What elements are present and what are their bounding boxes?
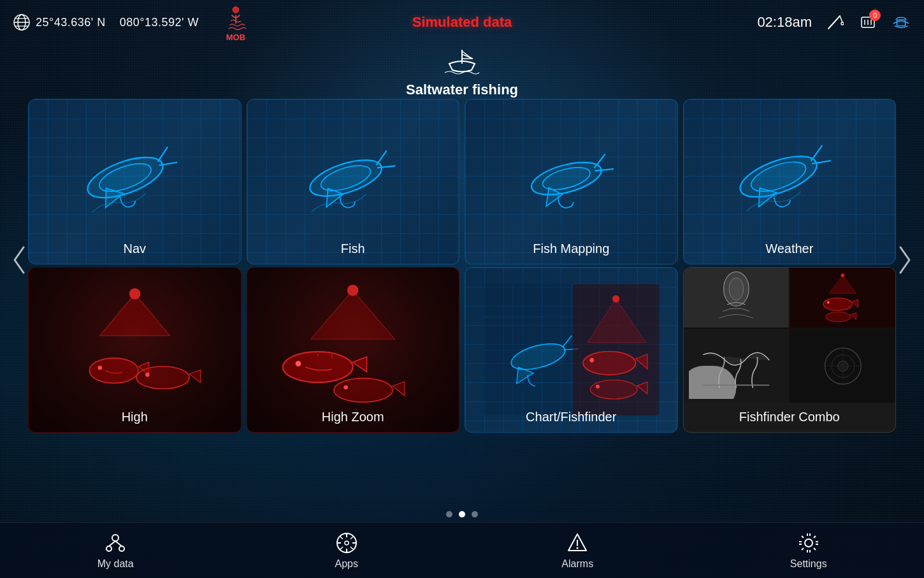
globe-icon [13, 13, 31, 31]
anchor-icon[interactable] [891, 12, 911, 33]
chart-fishfinder-card-label: Chart/Fishfinder [465, 410, 677, 424]
alarms-label: Alarms [561, 558, 593, 570]
fish-card-content [247, 99, 459, 264]
svg-point-28 [129, 289, 140, 300]
svg-point-65 [112, 535, 119, 541]
header-left: 25°43.636' N 080°13.592' W MOB [13, 3, 249, 42]
card-row-2: High [25, 267, 899, 433]
fish-mapping-card-content [465, 99, 677, 264]
weather-card-content [684, 99, 896, 264]
weather-card[interactable]: Weather [683, 99, 897, 264]
combo-tr-icon [795, 271, 890, 325]
apps-label: Apps [335, 558, 358, 570]
nav-item-my-data[interactable]: My data [0, 531, 231, 570]
svg-point-50 [589, 358, 594, 363]
my-data-icon [104, 531, 127, 554]
lat-value: 25°43.636' N [36, 16, 106, 29]
svg-point-54 [729, 277, 744, 300]
nav-card-content [29, 99, 241, 264]
header: 25°43.636' N 080°13.592' W MOB Simulated… [0, 0, 924, 45]
app-grid: Nav Fish [25, 99, 899, 521]
mob-button[interactable]: MOB [223, 6, 249, 42]
svg-point-49 [583, 351, 636, 375]
chart-fishfinder-card[interactable]: Chart/Fishfinder [465, 267, 678, 433]
svg-point-52 [596, 384, 600, 388]
page-dot-3[interactable] [472, 511, 478, 517]
svg-point-30 [97, 366, 102, 370]
fish-mapping-torpedo-icon [486, 124, 656, 240]
combo-br-icon [806, 340, 880, 392]
settings-label: Settings [790, 558, 827, 570]
mob-icon [223, 6, 249, 31]
my-data-label: My data [97, 558, 134, 570]
combo-tl [684, 268, 789, 328]
chart-fishfinder-card-content [465, 268, 677, 432]
fish-card[interactable]: Fish [247, 99, 460, 264]
nav-arrow-left[interactable] [3, 235, 35, 285]
combo-bl-icon [689, 333, 784, 399]
time-display: 02:18am [757, 14, 812, 31]
fishing-rod-icon[interactable] [825, 12, 845, 33]
combo-grid [684, 268, 896, 403]
high-card-content [29, 268, 241, 432]
svg-point-58 [825, 312, 851, 322]
fish-mapping-card-label: Fish Mapping [465, 242, 677, 256]
svg-point-38 [334, 379, 393, 402]
page-dots [446, 511, 478, 517]
high-zoom-card[interactable]: High Zoom [247, 267, 460, 433]
svg-point-39 [343, 386, 348, 390]
high-zoom-card-content [247, 268, 459, 432]
chart-fishfinder-icon [476, 284, 667, 415]
mob-label[interactable]: MOB [226, 33, 245, 42]
combo-tl-icon [689, 271, 784, 325]
fish-torpedo-icon [268, 124, 438, 240]
fishfinder-combo-card[interactable]: Fishfinder Combo [683, 267, 897, 433]
boat-title-section: Saltwater fishing [406, 45, 518, 98]
svg-line-8 [840, 16, 842, 22]
svg-point-9 [841, 22, 844, 25]
svg-rect-14 [897, 20, 905, 25]
svg-line-76 [340, 537, 343, 539]
svg-point-81 [577, 547, 579, 549]
svg-point-82 [805, 539, 812, 547]
page-dot-1[interactable] [446, 511, 452, 517]
nav-torpedo-icon [50, 124, 219, 240]
fish-card-label: Fish [247, 242, 459, 256]
svg-point-33 [347, 285, 359, 296]
nav-card-label: Nav [29, 242, 241, 256]
svg-point-67 [119, 546, 124, 551]
svg-point-29 [89, 358, 138, 383]
nav-item-alarms[interactable]: Alarms [462, 531, 693, 570]
svg-line-77 [350, 547, 353, 549]
coordinates: 25°43.636' N 080°13.592' W [36, 16, 199, 29]
combo-br [790, 329, 895, 403]
nav-arrow-right[interactable] [889, 235, 921, 285]
svg-line-69 [115, 541, 122, 546]
high-card[interactable]: High [28, 267, 242, 433]
svg-line-68 [109, 541, 115, 546]
fishfinder-combo-card-label: Fishfinder Combo [684, 410, 896, 424]
page-dot-2[interactable] [459, 511, 465, 517]
badge-count: 0 [869, 10, 881, 21]
settings-icon [797, 531, 820, 554]
nav-card[interactable]: Nav [28, 99, 242, 264]
svg-line-79 [340, 547, 343, 549]
counter-icon-wrapper[interactable]: 0 [858, 12, 878, 33]
fish-mapping-card[interactable]: Fish Mapping [465, 99, 678, 264]
svg-point-56 [823, 298, 852, 310]
boat-label: Saltwater fishing [406, 82, 518, 98]
svg-point-71 [345, 541, 349, 545]
alarms-icon [566, 531, 589, 554]
svg-point-66 [106, 546, 112, 551]
svg-line-78 [350, 537, 353, 539]
high-zoom-card-label: High Zoom [247, 410, 459, 424]
header-right: 02:18am 0 [757, 12, 911, 33]
nav-item-settings[interactable]: Settings [693, 531, 925, 570]
card-row-1: Nav Fish [25, 99, 899, 264]
svg-point-31 [136, 366, 189, 389]
simulated-data-label: Simulated data [412, 14, 512, 31]
high-sonar-icon [40, 280, 230, 419]
nav-item-apps[interactable]: Apps [231, 531, 463, 570]
boat-icon [440, 45, 484, 79]
combo-tr [790, 268, 895, 328]
